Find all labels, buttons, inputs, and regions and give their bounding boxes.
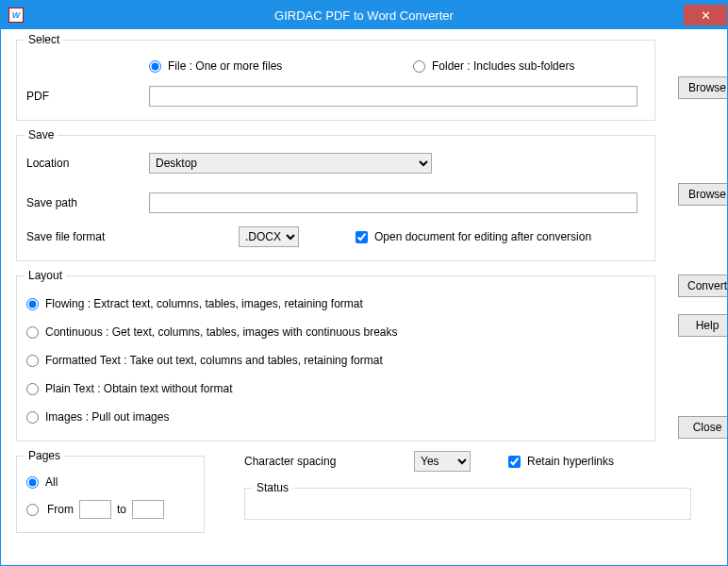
from-page-input[interactable]: [79, 500, 111, 519]
pages-group: Pages All From to: [16, 449, 205, 533]
window-title: GIRDAC PDF to Word Converter: [274, 8, 454, 23]
status-legend: Status: [253, 481, 292, 494]
radio-images-label: Images : Pull out images: [45, 410, 169, 424]
close-button[interactable]: Close: [678, 416, 728, 439]
location-label: Location: [26, 157, 149, 170]
radio-all-pages[interactable]: All: [26, 475, 194, 489]
radio-all-label: All: [45, 475, 58, 489]
savepath-label: Save path: [26, 196, 149, 209]
charspacing-label: Character spacing: [244, 455, 414, 468]
radio-plain[interactable]: Plain Text : Obtain text without format: [26, 382, 645, 395]
pdf-label: PDF: [26, 90, 149, 103]
radio-folder-label: Folder : Includes sub-folders: [432, 59, 574, 73]
pages-legend: Pages: [25, 449, 64, 462]
radio-flowing-label: Flowing : Extract text, columns, tables,…: [45, 297, 363, 310]
location-select[interactable]: Desktop: [149, 153, 432, 174]
radio-all-input[interactable]: [26, 476, 39, 489]
open-after-checkbox[interactable]: Open document for editing after conversi…: [356, 230, 591, 243]
format-select[interactable]: .DOCX: [239, 226, 299, 247]
app-icon: W: [8, 8, 24, 23]
content-area: Select File : One or more files Folder :…: [1, 29, 727, 541]
layout-legend: Layout: [25, 269, 66, 282]
radio-from-pages[interactable]: From to: [26, 500, 194, 519]
radio-from-label: From: [47, 503, 74, 516]
radio-continuous-input[interactable]: [26, 326, 39, 339]
to-label: to: [117, 503, 126, 516]
close-icon: ✕: [701, 8, 711, 23]
radio-from-input[interactable]: [26, 504, 39, 516]
to-page-input[interactable]: [132, 500, 164, 519]
retain-hyperlinks-checkbox[interactable]: Retain hyperlinks: [508, 455, 614, 468]
radio-formatted[interactable]: Formatted Text : Take out text, columns …: [26, 354, 645, 367]
radio-folder-input[interactable]: [413, 60, 425, 73]
convert-button[interactable]: Convert: [678, 275, 728, 297]
select-group: Select File : One or more files Folder :…: [16, 33, 655, 121]
select-legend: Select: [25, 33, 63, 46]
status-group: Status: [244, 481, 691, 520]
radio-continuous-label: Continuous : Get text, columns, tables, …: [45, 325, 398, 339]
radio-continuous[interactable]: Continuous : Get text, columns, tables, …: [26, 325, 645, 339]
save-group: Save Location Desktop Save path Save fil…: [16, 128, 655, 261]
radio-plain-input[interactable]: [26, 383, 39, 395]
savepath-input[interactable]: [149, 192, 637, 213]
savepath-browse-button[interactable]: Browse: [678, 183, 728, 206]
retain-hyperlinks-label: Retain hyperlinks: [527, 455, 614, 468]
radio-file-label: File : One or more files: [168, 59, 282, 73]
save-legend: Save: [25, 128, 58, 142]
radio-file-input[interactable]: [149, 60, 161, 73]
bottom-row: Pages All From to Character spacing Yes: [16, 449, 712, 533]
pdf-input[interactable]: [149, 86, 637, 107]
radio-formatted-input[interactable]: [26, 355, 39, 367]
layout-group: Layout Flowing : Extract text, columns, …: [16, 269, 655, 441]
retain-hyperlinks-input[interactable]: [508, 456, 521, 468]
help-button[interactable]: Help: [678, 314, 728, 337]
radio-images[interactable]: Images : Pull out images: [26, 410, 645, 424]
charspacing-select[interactable]: Yes: [414, 451, 471, 472]
radio-file[interactable]: File : One or more files: [149, 59, 413, 73]
radio-flowing-input[interactable]: [26, 298, 39, 310]
open-after-input[interactable]: [356, 231, 368, 243]
titlebar: W GIRDAC PDF to Word Converter ✕: [1, 1, 727, 29]
open-after-label: Open document for editing after conversi…: [374, 230, 591, 243]
bottom-right: Character spacing Yes Retain hyperlinks …: [244, 449, 712, 520]
radio-plain-label: Plain Text : Obtain text without format: [45, 382, 233, 395]
format-label: Save file format: [26, 230, 149, 243]
radio-folder[interactable]: Folder : Includes sub-folders: [413, 59, 574, 73]
radio-formatted-label: Formatted Text : Take out text, columns …: [45, 354, 383, 367]
pdf-browse-button[interactable]: Browse: [678, 76, 728, 99]
window-close-button[interactable]: ✕: [684, 5, 727, 25]
radio-flowing[interactable]: Flowing : Extract text, columns, tables,…: [26, 297, 645, 310]
radio-images-input[interactable]: [26, 411, 39, 424]
